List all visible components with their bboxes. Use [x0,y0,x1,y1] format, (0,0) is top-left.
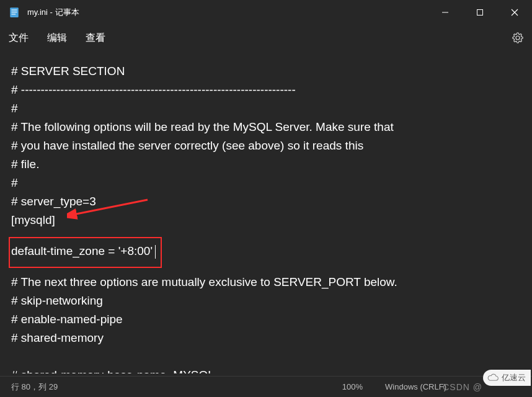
status-position: 行 80，列 29 [0,381,69,393]
window-controls [428,0,532,25]
svg-rect-2 [12,12,17,12]
status-zoom: 100% [331,382,374,391]
menu-file[interactable]: 文件 [9,32,29,45]
watermark-badge: 亿速云 [483,370,531,386]
menubar: 文件 编辑 查看 [0,25,532,51]
text-line: # [11,99,521,118]
svg-rect-3 [12,14,16,14]
highlighted-text: default-time_zone = '+8:00' [11,244,153,257]
text-line: # [11,174,521,192]
text-line: # --------------------------------------… [11,81,521,99]
text-line: # shared-memory-base-name=MYSQL [11,366,521,373]
gear-icon [512,32,523,43]
csdn-watermark: CSDN @ [443,382,482,392]
highlighted-line-box: default-time_zone = '+8:00' [9,237,162,268]
text-line: # shared-memory [11,329,521,347]
text-cursor [155,245,156,259]
close-button[interactable] [497,0,532,25]
text-line: [mysqld] [11,211,521,230]
text-line: # skip-networking [11,292,521,310]
editor-content[interactable]: # SERVER SECTION # ---------------------… [0,51,532,373]
text-line: # The next three options are mutually ex… [11,273,521,292]
watermark-text: 亿速云 [502,372,526,383]
cloud-icon [487,373,499,382]
notepad-icon [9,7,20,18]
maximize-button[interactable] [463,0,497,25]
titlebar: my.ini - 记事本 [0,0,532,25]
minimize-button[interactable] [428,0,463,25]
window-title: my.ini - 记事本 [27,7,428,18]
text-line: # The following options will be read by … [11,118,521,136]
text-line: # SERVER SECTION [11,62,521,81]
text-line: # enable-named-pipe [11,310,521,329]
settings-button[interactable] [503,25,532,51]
text-line: # you have installed the server correctl… [11,136,521,155]
text-line [11,53,521,62]
svg-rect-1 [12,10,17,11]
svg-rect-4 [442,12,448,13]
svg-rect-5 [477,10,483,16]
text-line: # server_type=3 [11,192,521,211]
menu-view[interactable]: 查看 [86,32,105,45]
text-line: # file. [11,155,521,174]
menu-edit[interactable]: 编辑 [47,32,67,45]
